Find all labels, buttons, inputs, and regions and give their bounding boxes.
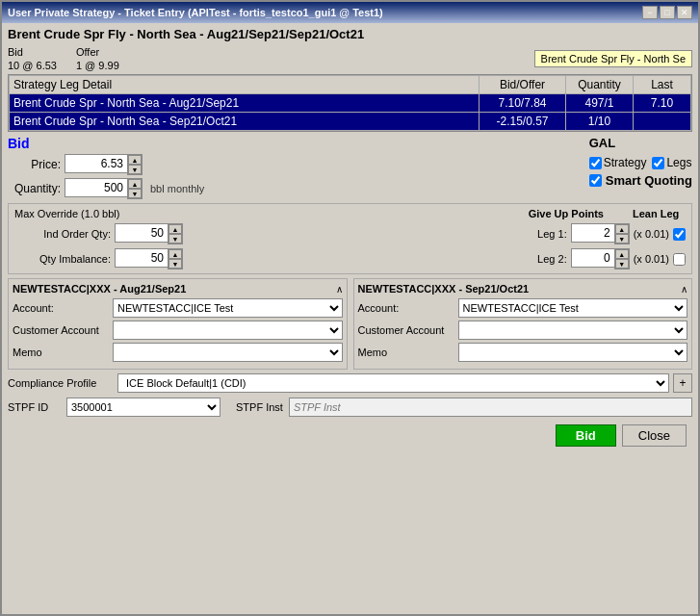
account-panel-1-header: NEWTESTACC|XXX - Aug21/Sep21 ∧ bbox=[13, 283, 343, 295]
bid-label: Bid bbox=[8, 46, 23, 58]
leg2-label: Leg 2: bbox=[529, 253, 567, 265]
legs-checkbox[interactable] bbox=[652, 157, 664, 169]
bid-direction-label: Bid bbox=[8, 136, 30, 151]
quantity-input[interactable]: 500 bbox=[65, 178, 127, 197]
main-window: User Private Strategy - Ticket Entry (AP… bbox=[0, 0, 700, 616]
stpf-id-select[interactable]: 3500001 bbox=[66, 398, 220, 417]
compliance-row: Compliance Profile ICE Block Default|1 (… bbox=[8, 373, 692, 393]
price-spinner: ▲ ▼ bbox=[127, 154, 143, 175]
ind-order-qty-up[interactable]: ▲ bbox=[169, 224, 182, 234]
account2-customer-label: Customer Account bbox=[358, 324, 454, 336]
price-down-button[interactable]: ▼ bbox=[128, 165, 142, 174]
price-label: Price: bbox=[8, 158, 61, 171]
leg1-input[interactable] bbox=[571, 223, 614, 243]
legs-checkbox-item: Legs bbox=[652, 156, 691, 169]
close-button[interactable]: ✕ bbox=[677, 6, 692, 19]
unit-label: bbl monthly bbox=[150, 183, 204, 194]
advanced-section: Max Override (1.0 bbl) Ind Order Qty: ▲ … bbox=[8, 203, 692, 274]
account2-customer-row: Customer Account bbox=[358, 321, 688, 340]
quantity-field-group: 500 ▲ ▼ bbox=[65, 178, 143, 199]
gal-label: GAL bbox=[589, 136, 615, 150]
window-title: User Private Strategy - Ticket Entry (AP… bbox=[8, 7, 383, 18]
ind-order-qty-down[interactable]: ▼ bbox=[169, 234, 182, 244]
account1-customer-select[interactable] bbox=[113, 321, 343, 340]
ind-order-qty-spinner: ▲ ▼ bbox=[168, 223, 183, 244]
accounts-section: NEWTESTACC|XXX - Aug21/Sep21 ∧ Account: … bbox=[8, 278, 692, 370]
table-row[interactable]: Brent Crude Spr - North Sea - Sep21/Oct2… bbox=[10, 113, 691, 131]
account2-memo-select[interactable] bbox=[458, 343, 688, 362]
account1-memo-label: Memo bbox=[13, 346, 109, 358]
col-header-bid-offer: Bid/Offer bbox=[480, 76, 566, 94]
row2-detail: Brent Crude Spr - North Sea - Sep21/Oct2… bbox=[10, 113, 480, 131]
account1-customer-row: Customer Account bbox=[13, 321, 343, 340]
account2-account-select[interactable]: NEWTESTACC|ICE Test bbox=[458, 298, 688, 318]
row1-detail: Brent Crude Spr - North Sea - Aug21/Sep2… bbox=[10, 94, 480, 113]
stpf-id-label: STPF ID bbox=[8, 401, 61, 413]
leg1-down[interactable]: ▼ bbox=[615, 234, 629, 244]
bid-submit-button[interactable]: Bid bbox=[556, 424, 616, 447]
quantity-label: Quantity: bbox=[8, 182, 61, 195]
account-panel-1: NEWTESTACC|XXX - Aug21/Sep21 ∧ Account: … bbox=[8, 278, 348, 370]
ind-order-qty-input[interactable] bbox=[115, 223, 168, 243]
account1-memo-select[interactable] bbox=[113, 343, 343, 362]
row2-last bbox=[634, 113, 691, 131]
quantity-spinner: ▲ ▼ bbox=[127, 178, 143, 199]
compliance-select[interactable]: ICE Block Default|1 (CDI) bbox=[117, 373, 669, 393]
stpf-row: STPF ID 3500001 STPF Inst bbox=[8, 398, 692, 417]
account1-account-select[interactable]: NEWTESTACC|ICE Test bbox=[113, 298, 343, 318]
leg1-label: Leg 1: bbox=[529, 228, 567, 240]
nick-detail-button[interactable]: Brent Crude Spr Fly - North Se bbox=[534, 50, 692, 67]
leg1-checkbox[interactable] bbox=[673, 228, 686, 241]
leg2-up[interactable]: ▲ bbox=[615, 249, 629, 259]
restore-button[interactable]: □ bbox=[660, 6, 675, 19]
account1-customer-label: Customer Account bbox=[13, 324, 109, 336]
max-override-label: Max Override (1.0 bbl) bbox=[14, 208, 183, 219]
leg2-multiplier: (x 0.01) bbox=[634, 253, 669, 265]
account-panel-2-header: NEWTESTACC|XXX - Sep21/Oct21 ∧ bbox=[358, 283, 688, 295]
ind-order-qty-group: ▲ ▼ bbox=[115, 223, 183, 244]
leg1-spinner: ▲ ▼ bbox=[614, 223, 630, 244]
minimize-button[interactable]: − bbox=[642, 6, 658, 19]
instrument-title: Brent Crude Spr Fly - North Sea - Aug21/… bbox=[8, 27, 692, 41]
qty-imbalance-spinner: ▲ ▼ bbox=[168, 248, 183, 270]
quantity-up-button[interactable]: ▲ bbox=[128, 179, 142, 189]
price-input[interactable]: 6.53 bbox=[65, 154, 127, 173]
qty-imbalance-down[interactable]: ▼ bbox=[169, 259, 182, 269]
account1-account-row: Account: NEWTESTACC|ICE Test bbox=[13, 298, 343, 318]
smart-quoting-checkbox[interactable] bbox=[589, 174, 602, 187]
account-panel-1-collapse[interactable]: ∧ bbox=[336, 284, 343, 295]
table-row[interactable]: Brent Crude Spr - North Sea - Aug21/Sep2… bbox=[10, 94, 691, 113]
price-up-button[interactable]: ▲ bbox=[128, 155, 142, 165]
close-button[interactable]: Close bbox=[622, 424, 687, 447]
offer-value: 1 @ 9.99 bbox=[76, 60, 119, 71]
leg2-checkbox[interactable] bbox=[673, 253, 686, 266]
qty-imbalance-up[interactable]: ▲ bbox=[169, 249, 182, 259]
leg1-row: Leg 1: ▲ ▼ (x 0.01) bbox=[529, 223, 686, 244]
leg2-input[interactable] bbox=[571, 248, 614, 268]
qty-imbalance-input[interactable] bbox=[115, 248, 168, 268]
leg2-row: Leg 2: ▲ ▼ (x 0.01) bbox=[529, 248, 686, 270]
compliance-label: Compliance Profile bbox=[8, 377, 114, 389]
account2-memo-row: Memo bbox=[358, 343, 688, 362]
col-header-last: Last bbox=[634, 76, 691, 94]
title-bar: User Private Strategy - Ticket Entry (AP… bbox=[2, 2, 698, 23]
strategy-table: Strategy Leg Detail Bid/Offer Quantity L… bbox=[8, 74, 692, 132]
content-area: Brent Crude Spr Fly - North Sea - Aug21/… bbox=[2, 23, 698, 614]
account2-customer-select[interactable] bbox=[458, 321, 688, 340]
row1-bid-offer: 7.10/7.84 bbox=[480, 94, 566, 113]
smart-quoting-label: Smart Quoting bbox=[606, 173, 692, 188]
gal-checkboxes-section: GAL Strategy Legs Smart Quoting bbox=[589, 136, 692, 188]
price-field-group: 6.53 ▲ ▼ bbox=[65, 154, 143, 175]
account-panel-2-collapse[interactable]: ∧ bbox=[681, 284, 687, 295]
leg2-down[interactable]: ▼ bbox=[615, 259, 629, 269]
offer-label: Offer bbox=[76, 46, 99, 58]
lean-leg-label: Lean Leg bbox=[633, 208, 679, 219]
compliance-add-button[interactable]: + bbox=[673, 373, 692, 393]
account1-account-label: Account: bbox=[13, 302, 109, 314]
leg2-input-group: ▲ ▼ bbox=[571, 248, 630, 270]
leg1-up[interactable]: ▲ bbox=[615, 224, 629, 234]
strategy-checkbox[interactable] bbox=[589, 157, 602, 169]
stpf-inst-input[interactable] bbox=[289, 398, 692, 417]
quantity-down-button[interactable]: ▼ bbox=[128, 189, 142, 198]
ind-order-qty-label: Ind Order Qty: bbox=[14, 228, 111, 240]
